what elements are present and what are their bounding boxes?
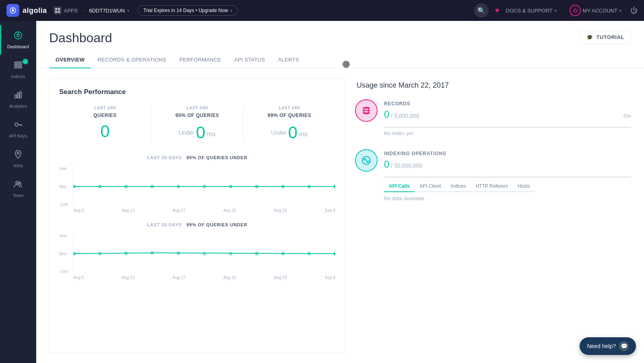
svg-point-21 <box>16 181 18 184</box>
power-icon[interactable]: ⏻ <box>630 6 638 15</box>
main-panels: Search Performance LAST 24H QUERIES 0 LA… <box>36 68 644 363</box>
usage-title: Usage since March 22, 2017 <box>355 81 631 90</box>
p99-prefix: Under <box>271 129 287 136</box>
svg-rect-6 <box>58 11 60 13</box>
tutorial-button[interactable]: 🎓 TUTORIAL <box>580 31 631 44</box>
indices-badge: ✓ <box>23 59 28 64</box>
indexing-no-data: No data available <box>384 195 631 201</box>
indexing-progress-bar <box>384 176 631 178</box>
search-performance-panel: Search Performance LAST 24H QUERIES 0 LA… <box>49 78 345 353</box>
infra-label: Infra <box>14 163 23 168</box>
app-name-text: 6DDT7D1WUN <box>89 8 125 14</box>
dashboard-label: Dashboard <box>7 44 29 49</box>
sidebar-item-api-keys[interactable]: API Keys <box>0 114 36 144</box>
top-navigation: algolia APPS › 6DDT7D1WUN ▾ Trial Expire… <box>0 0 644 21</box>
sub-tab-indices[interactable]: Indices <box>446 181 471 192</box>
indexing-count: 0 / 50,000,000 <box>384 159 631 170</box>
indices-icon <box>13 60 23 72</box>
svg-rect-11 <box>14 64 22 66</box>
need-help-button[interactable]: Need help? 💬 <box>580 337 636 355</box>
apps-icon <box>54 6 62 14</box>
logo-area[interactable]: algolia <box>6 4 47 17</box>
records-progress-bar <box>384 127 631 128</box>
dashboard-header: Dashboard 🎓 TUTORIAL <box>36 21 644 45</box>
docs-chevron: ▾ <box>555 8 557 13</box>
app-name-nav[interactable]: 6DDT7D1WUN ▾ <box>89 8 129 14</box>
chart1-area <box>73 166 335 207</box>
svg-rect-5 <box>55 11 57 13</box>
chart2-label: LAST 30 DAYS 99% OF QUERIES UNDER <box>59 222 335 227</box>
indexing-icon <box>355 149 378 172</box>
records-info: RECORDS 0 / 5,000,000 0% <box>384 101 631 120</box>
sub-tab-api-calls[interactable]: API Calls <box>384 181 415 192</box>
main-content: Dashboard 🎓 TUTORIAL OVERVIEW RECORDS & … <box>36 21 644 363</box>
sidebar-item-indices[interactable]: ✓ Indices <box>0 55 36 84</box>
chart2-area <box>73 234 335 274</box>
chart-90pct: LAST 30 DAYS 90% OF QUERIES UNDER 1ms 0m… <box>59 155 335 213</box>
trial-badge[interactable]: Trial Expires in 14 Days • Upgrade Now › <box>137 5 238 16</box>
global-search-button[interactable]: 🔍 <box>474 3 489 18</box>
docs-support-nav[interactable]: DOCS & SUPPORT ▾ <box>506 8 557 14</box>
svg-point-1 <box>12 9 14 12</box>
records-header: RECORDS 0 / 5,000,000 0% <box>355 99 631 122</box>
dashboard-tabs: OVERVIEW RECORDS & OPERATIONS PERFORMANC… <box>36 52 644 68</box>
sub-tab-hosts[interactable]: Hosts <box>513 181 535 192</box>
sidebar-item-team[interactable]: Team <box>0 174 36 203</box>
svg-rect-4 <box>58 8 60 10</box>
analytics-label: Analytics <box>9 104 27 109</box>
records-count: 0 / 5,000,000 <box>384 109 419 120</box>
need-help-label: Need help? <box>587 343 616 349</box>
p99-title: 99% OF QUERIES <box>250 113 329 118</box>
p90-prefix: Under <box>179 129 194 136</box>
p90-suffix: ms <box>207 131 215 138</box>
chart1-container: 1ms 0ms -1ms <box>59 166 335 207</box>
indexing-total: / 50,000,000 <box>391 162 422 169</box>
records-no-index: No index yet <box>384 130 631 136</box>
svg-rect-10 <box>14 62 22 63</box>
sidebar-item-dashboard[interactable]: Dashboard <box>0 25 36 55</box>
account-label: MY ACCOUNT <box>583 8 617 14</box>
infra-icon <box>13 150 23 161</box>
chart2-container: 1ms 0ms -1ms <box>59 234 335 274</box>
svg-point-8 <box>17 34 19 37</box>
indexing-usage-item: INDEXING OPERATIONS 0 / 50,000,000 API C… <box>355 149 631 201</box>
tab-records[interactable]: RECORDS & OPERATIONS <box>91 52 173 68</box>
queries-period: LAST 24H <box>66 106 144 110</box>
p90-period: LAST 24H <box>158 106 237 110</box>
sidebar: Dashboard ✓ Indices Analytics <box>0 21 36 363</box>
stats-row: LAST 24H QUERIES 0 LAST 24H 90% OF QUERI… <box>59 106 335 142</box>
favorites-icon[interactable]: ♥ <box>495 6 500 15</box>
chart2-x-labels: Aug 6 Aug 12 Aug 17 Aug 23 Aug 29 Sep 4 <box>73 275 335 280</box>
svg-point-24 <box>74 185 75 188</box>
breadcrumb-chevron: › <box>83 8 84 13</box>
apps-nav[interactable]: APPS <box>54 6 78 14</box>
chart1-label: LAST 30 DAYS 90% OF QUERIES UNDER <box>59 155 335 160</box>
chart2-y-labels: 1ms 0ms -1ms <box>59 234 70 274</box>
sidebar-item-infra[interactable]: Infra <box>0 144 36 174</box>
tab-performance[interactable]: PERFORMANCE <box>173 52 227 68</box>
p99-stat: LAST 24H 99% OF QUERIES Under 0 ms <box>244 106 335 142</box>
sub-tab-api-client[interactable]: API Client <box>415 181 446 192</box>
sub-tab-http-referers[interactable]: HTTP Referers <box>471 181 512 192</box>
indexing-header: INDEXING OPERATIONS 0 / 50,000,000 <box>355 149 631 172</box>
records-value: 0 <box>384 109 389 120</box>
sidebar-item-analytics[interactable]: Analytics <box>0 84 36 114</box>
app-name-chevron: ▾ <box>127 8 129 13</box>
p99-value-row: Under 0 ms <box>250 123 329 142</box>
help-icon: 💬 <box>619 341 629 351</box>
logo-text: algolia <box>23 6 47 15</box>
account-chevron: ▾ <box>619 8 621 13</box>
p90-stat: LAST 24H 90% OF QUERIES Under 0 ms <box>151 106 244 142</box>
indexing-value: 0 <box>384 159 389 170</box>
account-nav[interactable]: ⏻ MY ACCOUNT ▾ <box>566 5 621 16</box>
svg-point-46 <box>334 252 335 255</box>
tab-overview[interactable]: OVERVIEW <box>49 52 91 68</box>
tab-alerts[interactable]: ALERTS <box>272 52 305 68</box>
p90-value: 0 <box>196 123 205 142</box>
p90-title: 90% OF QUERIES <box>158 113 237 118</box>
tab-api-status[interactable]: API STATUS <box>228 52 272 68</box>
records-icon <box>355 99 378 122</box>
account-power-icon: ⏻ <box>570 5 581 16</box>
p90-value-row: Under 0 ms <box>158 123 237 142</box>
api-keys-label: API Keys <box>9 133 27 138</box>
